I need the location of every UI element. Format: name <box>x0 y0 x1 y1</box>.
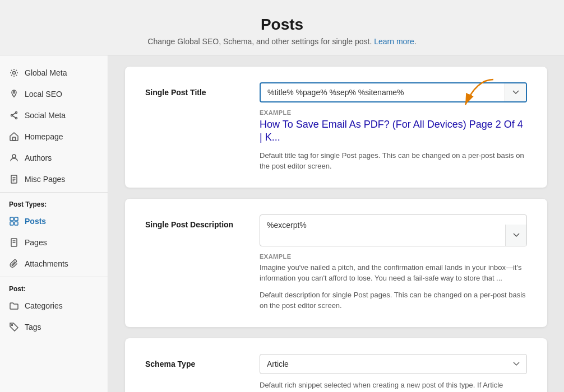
sidebar-item-pages[interactable]: Pages <box>0 232 108 253</box>
title-field-content: EXAMPLE How To Save Email As PDF? (For A… <box>260 82 527 172</box>
description-textarea[interactable]: %excerpt% <box>260 215 505 246</box>
schema-field-label: Schema Type <box>145 354 246 368</box>
divider-1 <box>0 192 108 193</box>
description-field-row: Single Post Description %excerpt% EXAMPL… <box>145 214 527 311</box>
description-dropdown-button[interactable] <box>505 225 526 246</box>
person-icon <box>9 153 19 163</box>
svg-rect-7 <box>13 137 16 141</box>
single-post-title-card: Single Post Title <box>125 67 547 188</box>
sidebar-item-pages-label: Pages <box>25 238 47 247</box>
description-field-content: %excerpt% EXAMPLE Imagine you've nailed … <box>260 214 527 311</box>
learn-more-link[interactable]: Learn more <box>374 37 414 46</box>
home-icon <box>9 132 19 142</box>
sidebar-item-global-meta[interactable]: Global Meta <box>0 62 108 83</box>
sidebar-item-local-seo[interactable]: Local SEO <box>0 83 108 105</box>
title-input-group <box>260 82 527 102</box>
svg-point-4 <box>16 118 17 119</box>
sidebar-item-attachments[interactable]: Attachments <box>0 253 108 274</box>
schema-type-card: Schema Type Article BlogPosting NewsArti… <box>125 338 547 392</box>
title-example-link[interactable]: How To Save Email As PDF? (For All Devic… <box>260 118 527 144</box>
folder-icon <box>9 301 19 311</box>
svg-rect-15 <box>10 222 13 225</box>
svg-point-1 <box>13 92 15 94</box>
sidebar-item-misc-pages-label: Misc Pages <box>25 175 65 184</box>
sidebar-item-posts[interactable]: Posts <box>0 211 108 232</box>
schema-field-row: Schema Type Article BlogPosting NewsArti… <box>145 354 527 391</box>
description-example-text: Imagine you've nailed a pitch, and the c… <box>260 262 527 284</box>
grid-icon <box>9 216 19 226</box>
svg-point-2 <box>16 112 17 114</box>
page-header: Posts Change Global SEO, Schema, and oth… <box>0 0 564 55</box>
sidebar-item-social-meta[interactable]: Social Meta <box>0 105 108 126</box>
schema-description: Default rich snippet selected when creat… <box>260 380 527 391</box>
document-icon <box>9 174 19 184</box>
single-post-description-card: Single Post Description %excerpt% EXAMPL… <box>125 199 547 327</box>
title-example-label: EXAMPLE <box>260 109 527 116</box>
content-area: Single Post Title <box>108 55 564 392</box>
svg-rect-16 <box>15 222 18 225</box>
svg-point-8 <box>12 155 16 158</box>
page-title: Posts <box>11 16 553 34</box>
tag-icon <box>9 322 19 332</box>
sidebar-item-tags-label: Tags <box>25 323 41 332</box>
sidebar-item-tags[interactable]: Tags <box>0 316 108 338</box>
svg-rect-13 <box>10 217 13 221</box>
sidebar-item-authors[interactable]: Authors <box>0 147 108 169</box>
sidebar-item-authors-label: Authors <box>25 153 52 162</box>
divider-2 <box>0 277 108 277</box>
title-field-row: Single Post Title <box>145 82 527 172</box>
sidebar-item-categories[interactable]: Categories <box>0 295 108 316</box>
sidebar-item-social-meta-label: Social Meta <box>25 111 66 120</box>
paperclip-icon <box>9 259 19 269</box>
post-types-label: Post Types: <box>0 195 108 211</box>
post-label: Post: <box>0 279 108 295</box>
title-field-label: Single Post Title <box>145 82 246 97</box>
svg-point-20 <box>12 325 13 326</box>
title-description: Default title tag for single Post pages.… <box>260 150 527 172</box>
sidebar-item-misc-pages[interactable]: Misc Pages <box>0 169 108 190</box>
sidebar: Global Meta Local SEO <box>0 55 108 392</box>
share-icon <box>9 110 19 120</box>
schema-type-select[interactable]: Article BlogPosting NewsArticle None <box>260 354 527 374</box>
page-subtitle: Change Global SEO, Schema, and other set… <box>11 37 553 46</box>
svg-line-6 <box>13 116 16 118</box>
svg-point-0 <box>13 72 16 74</box>
location-icon <box>9 89 19 99</box>
gear-icon <box>9 68 19 78</box>
pages-icon <box>9 237 19 248</box>
sidebar-item-categories-label: Categories <box>25 301 63 310</box>
sidebar-item-local-seo-label: Local SEO <box>25 90 62 99</box>
description-field-label: Single Post Description <box>145 214 246 229</box>
sidebar-item-posts-label: Posts <box>25 217 46 226</box>
main-layout: Global Meta Local SEO <box>0 55 564 392</box>
svg-point-3 <box>11 115 13 116</box>
sidebar-item-homepage[interactable]: Homepage <box>0 126 108 147</box>
title-dropdown-button[interactable] <box>505 83 526 101</box>
description-input-group: %excerpt% <box>260 214 527 246</box>
svg-rect-14 <box>15 217 18 221</box>
svg-line-5 <box>13 113 16 115</box>
description-example-label: EXAMPLE <box>260 253 527 260</box>
sidebar-item-homepage-label: Homepage <box>25 132 63 141</box>
description-description: Default description for single Post page… <box>260 290 527 311</box>
schema-field-content: Article BlogPosting NewsArticle None Def… <box>260 354 527 391</box>
title-input[interactable] <box>261 83 505 101</box>
sidebar-item-attachments-label: Attachments <box>25 259 68 268</box>
sidebar-item-global-meta-label: Global Meta <box>25 68 67 77</box>
